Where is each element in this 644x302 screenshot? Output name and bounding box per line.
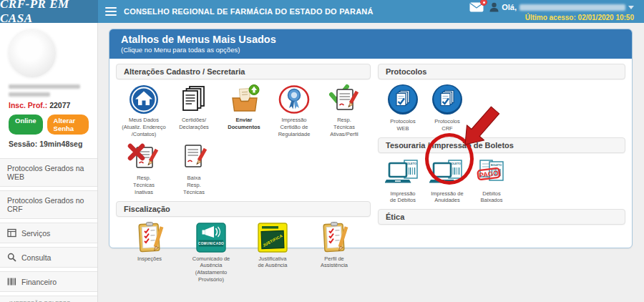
session-timer: Sessão: 19min48seg bbox=[9, 140, 89, 148]
shortcut-label: Inspeções bbox=[137, 255, 162, 263]
topbar: CRF-PR EM CASA CONSELHO REGIONAL DE FARM… bbox=[0, 0, 644, 23]
sidebar-item-label: Serviços bbox=[21, 229, 50, 238]
shortcut-label: Perfil de Assistência bbox=[321, 255, 348, 270]
laptop-boleto-icon: BOLETO bbox=[429, 157, 465, 189]
protocols-circle-icon bbox=[386, 84, 419, 117]
shortcut-label: Protocolos CRF bbox=[434, 118, 459, 132]
shortcut-impressao-anuidades[interactable]: BOLETO Impressão de Anuidades bbox=[425, 157, 469, 205]
shortcut-certidao-regularidade[interactable]: Impressão Certidão de Regularidade bbox=[269, 84, 319, 137]
shortcut-label: Protocolos WEB bbox=[390, 118, 415, 132]
justification-folder-icon: JUSTIFICA bbox=[256, 221, 289, 254]
shortcut-label: Resp. Técnicas Inativas bbox=[133, 175, 155, 195]
user-icon bbox=[489, 2, 499, 12]
documents-stack-icon bbox=[178, 84, 210, 115]
section-fiscalizacao-title: Fiscalização bbox=[116, 201, 371, 217]
main-content: Atalhos de Menus Mais Usados (Clique no … bbox=[98, 23, 644, 302]
professional-id-value: 22077 bbox=[49, 101, 70, 109]
last-access-label: Último acesso: 02/01/2020 10:50 bbox=[525, 14, 634, 21]
sidebar-item-label: Consulta bbox=[21, 253, 51, 262]
sidebar-item-consulta[interactable]: Consulta bbox=[0, 247, 97, 268]
shortcut-inspecoes[interactable]: Inspeções bbox=[119, 221, 180, 263]
section-etica-title: Ética bbox=[378, 209, 625, 225]
left-column: Alterações Cadastro / Secretaria Meus Da… bbox=[116, 64, 371, 288]
shortcut-label: Impressão de Débitos bbox=[390, 190, 416, 205]
shortcut-label: Justificativa de Ausência bbox=[258, 255, 288, 270]
user-menu[interactable]: Olá, bbox=[489, 2, 634, 12]
section-cadastro: Alterações Cadastro / Secretaria Meus Da… bbox=[116, 64, 371, 196]
sidebar-menu: Protocolos Gerados na WEB Protocolos Ger… bbox=[0, 158, 97, 302]
user-profile-block: Insc. Prof.: 22077 Online Alterar Senha … bbox=[0, 23, 97, 152]
medal-seal-icon bbox=[278, 84, 311, 115]
search-icon bbox=[7, 253, 16, 262]
shortcut-certidoes[interactable]: Certidões/ Declarações bbox=[169, 84, 219, 131]
professional-id: Insc. Prof.: 22077 bbox=[9, 101, 89, 109]
shortcut-label: Impressão de Anuidades bbox=[431, 190, 463, 205]
section-protocolos-title: Protocolos bbox=[378, 64, 625, 79]
shortcut-resp-tecnicas-ativas[interactable]: Resp. Técnicas Ativas/Perfil bbox=[319, 84, 369, 137]
protocols-circle-icon bbox=[431, 84, 464, 117]
laptop-boleto-icon: BOLETO bbox=[385, 157, 421, 189]
shortcut-perfil-assistencia[interactable]: Perfil de Assistência bbox=[303, 221, 365, 270]
redacted-profile-name bbox=[9, 84, 89, 97]
shortcut-protocolos-crf[interactable]: Protocolos CRF bbox=[425, 84, 469, 132]
barcode-icon bbox=[7, 277, 16, 286]
redacted-username bbox=[519, 4, 625, 11]
shortcut-label: Certidões/ Declarações bbox=[179, 117, 209, 131]
shortcut-label: Impressão Certidão de Regularidade bbox=[278, 117, 311, 137]
shortcut-label: Resp. Técnicas Ativas/Perfil bbox=[330, 117, 358, 137]
mail-icon[interactable] bbox=[469, 2, 484, 12]
shortcut-label: Meus Dados (Atualiz. Endereço /Contatos) bbox=[122, 117, 165, 137]
topbar-title: CONSELHO REGIONAL DE FARMÁCIA DO ESTADO … bbox=[124, 7, 374, 16]
shortcut-label: Débitos Baixados bbox=[481, 190, 503, 205]
shortcut-protocolos-web[interactable]: Protocolos WEB bbox=[381, 84, 425, 132]
avatar bbox=[9, 30, 56, 77]
shortcut-justificativa-ausencia[interactable]: JUSTIFICA Justificativa de Ausência bbox=[242, 221, 303, 270]
paid-boleto-icon: BOLETO PAGO bbox=[474, 157, 509, 189]
sidebar: Insc. Prof.: 22077 Online Alterar Senha … bbox=[0, 23, 98, 302]
comunicado-text: COMUNICADO bbox=[198, 242, 224, 245]
section-tesouraria-title: Tesouraria / Impressão de Boletos bbox=[378, 137, 625, 153]
services-icon bbox=[7, 228, 16, 238]
hamburger-menu-icon[interactable] bbox=[105, 7, 117, 16]
shortcut-label: Baixa Resp. Técnicas bbox=[183, 175, 205, 195]
document-check-pencil-icon bbox=[328, 84, 361, 115]
section-fiscalizacao: Fiscalização bbox=[116, 201, 371, 283]
shortcut-debitos-baixados[interactable]: BOLETO PAGO Déb bbox=[469, 157, 514, 205]
app-logo[interactable]: CRF-PR EM CASA bbox=[0, 0, 98, 23]
clipboard-checklist-icon bbox=[318, 221, 351, 254]
clipboard-checklist-icon bbox=[133, 221, 166, 254]
boleto-text: BOLETO bbox=[491, 164, 502, 167]
shortcut-meus-dados[interactable]: Meus Dados (Atualiz. Endereço /Contatos) bbox=[119, 84, 169, 137]
shortcut-label: Enviar Documentos bbox=[228, 117, 260, 131]
upload-documents-icon bbox=[228, 84, 260, 115]
shortcut-baixa-resp-tecnicas[interactable]: Baixa Resp. Técnicas bbox=[169, 142, 219, 195]
section-tesouraria: Tesouraria / Impressão de Boletos BOLETO bbox=[378, 137, 625, 205]
section-cadastro-title: Alterações Cadastro / Secretaria bbox=[116, 64, 371, 79]
change-password-button[interactable]: Alterar Senha bbox=[47, 115, 89, 135]
greeting-label: Olá, bbox=[502, 3, 517, 11]
sidebar-item-protocolos-web[interactable]: Protocolos Gerados na WEB bbox=[0, 158, 97, 187]
sidebar-item-servicos[interactable]: Serviços bbox=[0, 223, 97, 243]
shortcut-enviar-documentos[interactable]: Enviar Documentos bbox=[219, 84, 269, 131]
sidebar-item-label: Protocolos Gerados no CRF bbox=[7, 196, 90, 213]
document-pencil-icon bbox=[177, 142, 210, 173]
shortcut-resp-tecnicas-inativas[interactable]: Resp. Técnicas Inativas bbox=[119, 142, 169, 195]
online-status-badge: Online bbox=[9, 115, 43, 135]
shortcuts-card: Atalhos de Menus Mais Usados (Clique no … bbox=[109, 29, 633, 248]
sidebar-item-label: Protocolos Gerados na WEB bbox=[7, 164, 90, 181]
page-title: Atalhos de Menus Mais Usados bbox=[121, 34, 620, 45]
home-circle-icon bbox=[128, 84, 160, 115]
card-header: Atalhos de Menus Mais Usados (Clique no … bbox=[109, 29, 632, 59]
shortcut-comunicado-ausencia[interactable]: COMUNICADO Comunicado de Ausência (Afast… bbox=[180, 221, 242, 283]
sidebar-item-financeiro[interactable]: Financeiro bbox=[0, 271, 97, 292]
sidebar-subitem-boletos-debitos[interactable]: IMPRESSÃO BOLETOS (DÉBITOS E TAXAS) bbox=[0, 296, 97, 302]
notification-badge bbox=[480, 0, 487, 6]
sidebar-item-label: Financeiro bbox=[21, 278, 57, 286]
professional-id-label: Insc. Prof.: bbox=[9, 101, 47, 109]
document-x-pencil-icon bbox=[127, 142, 160, 173]
shortcut-impressao-debitos[interactable]: BOLETO Impressão de Débitos bbox=[381, 157, 425, 205]
chevron-down-icon bbox=[628, 6, 634, 9]
right-column: Protocolos bbox=[378, 64, 625, 288]
sidebar-item-protocolos-crf[interactable]: Protocolos Gerados no CRF bbox=[0, 190, 97, 219]
section-etica: Ética bbox=[378, 209, 625, 225]
